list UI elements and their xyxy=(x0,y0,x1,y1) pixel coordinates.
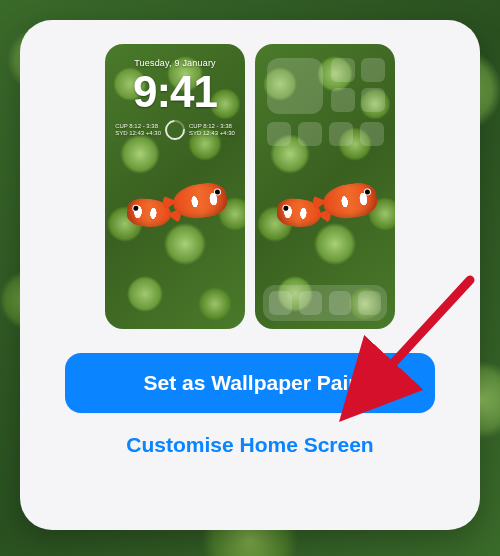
app-icon-placeholder xyxy=(269,291,292,315)
lock-time: 9:41 xyxy=(105,70,245,114)
home-screen-preview[interactable] xyxy=(255,44,395,329)
home-icon-row xyxy=(267,122,384,146)
set-as-wallpaper-pair-button[interactable]: Set as Wallpaper Pair xyxy=(65,353,435,413)
app-icon-placeholder xyxy=(299,291,322,315)
wallpaper-set-sheet: Tuesday, 9 January 9:41 CUP 8:12 - 3:38 … xyxy=(20,20,480,530)
lock-widgets: CUP 8:12 - 3:38 SYD 12:43 +4:30 CUP 8:12… xyxy=(105,120,245,140)
home-dock xyxy=(263,285,387,321)
lock-widget-line: SYD 12:43 +4:30 xyxy=(115,130,161,137)
lock-widget-line: CUP 8:12 - 3:38 xyxy=(115,123,161,130)
lock-widget-line: CUP 8:12 - 3:38 xyxy=(189,123,235,130)
home-icon-grid xyxy=(331,58,385,112)
lock-screen-content: Tuesday, 9 January 9:41 CUP 8:12 - 3:38 … xyxy=(105,58,245,140)
app-icon-placeholder xyxy=(360,122,384,146)
app-icon-placeholder xyxy=(331,58,355,82)
app-icon-placeholder xyxy=(329,291,352,315)
app-icon-placeholder xyxy=(329,122,353,146)
app-icon-placeholder xyxy=(267,122,291,146)
wallpaper-previews: Tuesday, 9 January 9:41 CUP 8:12 - 3:38 … xyxy=(105,44,395,329)
app-icon-placeholder xyxy=(361,88,385,112)
app-icon-placeholder xyxy=(358,291,381,315)
home-widget-placeholder xyxy=(267,58,323,114)
app-icon-placeholder xyxy=(331,88,355,112)
customise-home-screen-button[interactable]: Customise Home Screen xyxy=(116,413,383,461)
app-icon-placeholder xyxy=(298,122,322,146)
app-icon-placeholder xyxy=(361,58,385,82)
lock-widget-line: SYD 12:43 +4:30 xyxy=(189,130,235,137)
activity-ring-icon xyxy=(161,116,189,144)
lock-screen-preview[interactable]: Tuesday, 9 January 9:41 CUP 8:12 - 3:38 … xyxy=(105,44,245,329)
